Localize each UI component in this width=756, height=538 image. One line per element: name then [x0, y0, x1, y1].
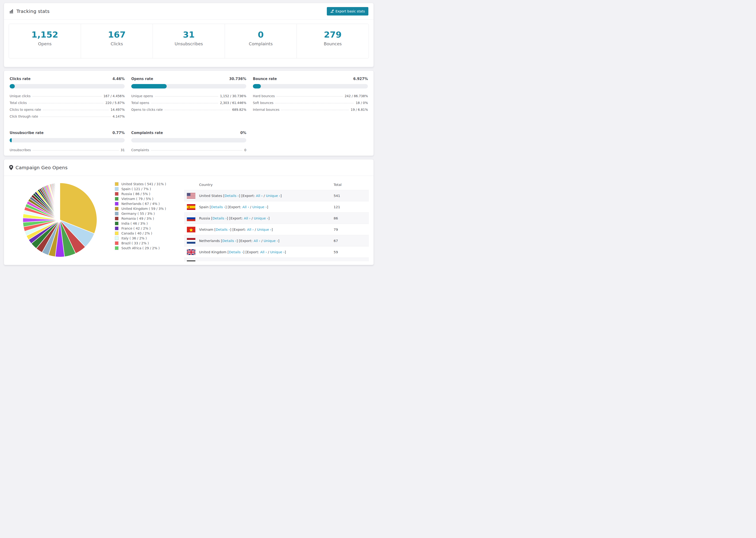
details-link[interactable]: Details › [225, 194, 239, 198]
export-all-link[interactable]: All › [256, 194, 262, 198]
dotted-leader [33, 150, 119, 150]
rate-row: Unique opens 1,152 / 30.736% [131, 94, 246, 101]
export-unique-link[interactable]: Unique › [252, 205, 267, 209]
export-all-link[interactable]: All › [242, 205, 249, 209]
export-all-link[interactable]: All › [253, 239, 260, 243]
rate-block-unsubscribe-rate: Unsubscribe rate 0.77% Unsubscribes 31 [10, 131, 125, 155]
legend-item-germany: Germany ( 55 / 3% ) [115, 211, 175, 216]
tracking-stats-title: Tracking stats [17, 9, 50, 14]
summary-stat-clicks: 167 Clicks [81, 24, 153, 58]
flag-icon-us [187, 193, 195, 198]
rate-block-bounce-rate: Bounce rate 6.927% Hard bounces 242 / 86… [253, 77, 368, 121]
summary-value: 1,152 [9, 30, 81, 39]
country-cell: Netherlands [Details ›] [Export: All › /… [199, 239, 279, 243]
geo-opens-pie-chart [20, 180, 100, 259]
geo-table-row-vn: Vietnam [Details ›] [Export: All › / Uni… [184, 224, 369, 235]
geo-table-row-es: Spain [Details ›] [Export: All › / Uniqu… [184, 201, 369, 212]
flag-icon-de [187, 260, 195, 261]
legend-label: Netherlands ( 67 / 4% ) [121, 202, 160, 206]
rate-row: Opens to clicks rate 689.82% [131, 108, 246, 115]
legend-swatch [115, 207, 119, 211]
legend-label: Germany ( 55 / 3% ) [121, 212, 155, 215]
details-link[interactable]: Details › [222, 239, 237, 243]
total-cell: 59 [334, 250, 369, 254]
rate-title: Bounce rate [253, 77, 277, 81]
legend-swatch [115, 212, 119, 215]
details-link[interactable]: Details › [211, 205, 225, 209]
legend-label: United Kingdom ( 59 / 3% ) [121, 207, 166, 211]
country-cell: Vietnam [Details ›] [Export: All › / Uni… [199, 228, 273, 232]
rate-row: Total opens 2,303 / 61.446% [131, 101, 246, 108]
rate-block-clicks-rate: Clicks rate 4.46% Unique clicks 167 / 4.… [10, 77, 125, 121]
export-unique-link[interactable]: Unique › [264, 239, 278, 243]
legend-item-russia: Russia ( 86 / 5% ) [115, 191, 175, 196]
summary-value: 0 [225, 30, 297, 39]
export-unique-link[interactable]: Unique › [270, 250, 285, 254]
export-basic-stats-button[interactable]: Export basic stats [327, 7, 368, 16]
summary-stat-unsubscribes: 31 Unsubscribes [153, 24, 225, 58]
summary-value: 167 [81, 30, 153, 39]
legend-swatch [115, 237, 119, 240]
legend-label: Vietnam ( 79 / 5% ) [121, 197, 153, 201]
export-unique-link[interactable]: Unique › [257, 228, 272, 232]
legend-item-france: France ( 42 / 2% ) [115, 226, 175, 231]
campaign-geo-opens-card: Campaign Geo Opens United States ( 541 /… [4, 159, 374, 265]
total-cell: 79 [334, 228, 369, 232]
flag-icon-ru [187, 215, 195, 221]
legend-label: France ( 42 / 2% ) [121, 227, 150, 230]
legend-swatch [115, 241, 119, 245]
pie-slice [60, 183, 60, 220]
export-all-link[interactable]: All › [260, 250, 267, 254]
legend-swatch [115, 192, 119, 196]
summary-label: Clicks [81, 41, 153, 46]
legend-label: Canada ( 40 / 2% ) [121, 232, 152, 235]
legend-swatch [115, 182, 119, 186]
export-all-link[interactable]: All › [247, 228, 253, 232]
summary-label: Unsubscribes [153, 41, 225, 46]
legend-item-india: India ( 46 / 3% ) [115, 221, 175, 226]
rate-block-opens-rate: Opens rate 30.736% Unique opens 1,152 / … [131, 77, 246, 121]
legend-swatch [115, 187, 119, 191]
total-cell: 121 [334, 205, 369, 209]
geo-table-header: Country Total [184, 180, 369, 190]
country-column-header: Country [184, 183, 334, 187]
geo-opens-table: Country Total United States [Details ›] … [184, 180, 369, 261]
geo-table-row-de: Germany [Details ›] [Export: All › / Uni… [184, 257, 369, 261]
dotted-leader [151, 103, 218, 103]
total-cell: 67 [334, 239, 369, 243]
export-unique-link[interactable]: Unique › [266, 194, 281, 198]
bar-chart-icon [9, 9, 14, 14]
export-all-link[interactable]: All › [244, 216, 250, 220]
rate-row: Internal bounces 19 / 6.81% [253, 108, 368, 115]
total-cell: 541 [334, 194, 369, 198]
export-unique-link[interactable]: Unique › [254, 216, 268, 220]
legend-swatch [115, 246, 119, 250]
details-link[interactable]: Details › [216, 228, 230, 232]
legend-swatch [115, 202, 119, 206]
legend-item-italy: Italy ( 36 / 2% ) [115, 236, 175, 241]
legend-item-netherlands: Netherlands ( 67 / 4% ) [115, 201, 175, 206]
country-cell: United Kingdom [Details ›] [Export: All … [199, 250, 286, 254]
summary-stats-panel: 1,152 Opens167 Clicks31 Unsubscribes0 Co… [9, 24, 369, 58]
geo-table-row-gb: United Kingdom [Details ›] [Export: All … [184, 246, 369, 257]
country-cell: Russia [Details ›] [Export: All › / Uniq… [199, 216, 270, 220]
rate-block-complaints-rate: Complaints rate 0% Complaints 0 [131, 131, 246, 155]
map-pin-icon [9, 165, 13, 170]
export-basic-stats-label: Export basic stats [336, 9, 365, 13]
legend-swatch [115, 232, 119, 235]
legend-label: Spain ( 121 / 7% ) [121, 187, 151, 191]
legend-label: United States ( 541 / 31% ) [121, 182, 166, 186]
rate-value: 6.927% [353, 77, 368, 81]
flag-icon-nl [187, 238, 195, 243]
legend-item-united-states: United States ( 541 / 31% ) [115, 182, 175, 187]
rate-title: Complaints rate [131, 131, 163, 135]
legend-item-vietnam: Vietnam ( 79 / 5% ) [115, 196, 175, 201]
details-link[interactable]: Details › [212, 216, 227, 220]
tracking-stats-card: Tracking stats Export basic stats 1,152 … [4, 3, 374, 67]
details-link[interactable]: Details › [229, 250, 243, 254]
legend-item-canada: Canada ( 40 / 2% ) [115, 231, 175, 236]
legend-label: Romania ( 49 / 3% ) [121, 217, 154, 220]
geo-table-row-ru: Russia [Details ›] [Export: All › / Uniq… [184, 212, 369, 224]
summary-label: Bounces [297, 41, 369, 46]
dotted-leader [40, 117, 111, 117]
